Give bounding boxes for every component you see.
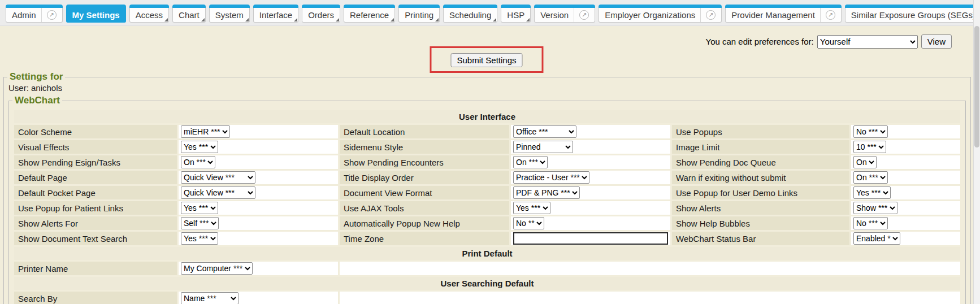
- tab-employer-organizations[interactable]: Employer Organizations↗: [599, 5, 722, 23]
- default-page-select[interactable]: Quick View ***: [181, 171, 255, 184]
- document-view-format-value-cell: PDF & PNG ***: [511, 186, 670, 199]
- show-alerts-select[interactable]: Show ***: [853, 202, 897, 214]
- tab-label: Employer Organizations: [605, 10, 695, 20]
- tab-scheduling[interactable]: Scheduling: [443, 5, 497, 23]
- tab-admin[interactable]: Admin↗: [6, 5, 63, 23]
- default-location-select[interactable]: Office ***: [513, 125, 576, 138]
- submit-settings-button[interactable]: Submit Settings: [450, 53, 522, 67]
- use-popups-select[interactable]: No ***: [853, 125, 888, 138]
- show-pending-esign-tasks-select[interactable]: On ***: [181, 156, 215, 168]
- user-line: User: anichols: [7, 82, 967, 95]
- submenu-corner-icon: [526, 18, 530, 21]
- content-area: You can edit preferences for: Yourself V…: [0, 26, 973, 304]
- show-pending-encounters-select[interactable]: On ***: [513, 156, 548, 168]
- tab-body: Scheduling: [443, 8, 497, 23]
- show-pending-doc-queue-label: Show Pending Doc Queue: [672, 155, 849, 169]
- top-toolbar-row: You can edit preferences for: Yourself V…: [0, 26, 973, 71]
- external-link-icon[interactable]: ↗: [47, 10, 57, 20]
- scrollbar-thumb[interactable]: [974, 26, 979, 147]
- settings-row: Search ByName ***: [14, 292, 960, 304]
- time-zone-label: Time Zone: [340, 232, 509, 245]
- default-location-label: Default Location: [340, 125, 509, 138]
- tab-label: Similar Exposure Groups (SEGs): [851, 10, 975, 20]
- show-help-bubbles-select[interactable]: No ***: [853, 217, 888, 229]
- visual-effects-value-cell: Yes ***: [179, 140, 338, 154]
- tab-access[interactable]: Access: [129, 5, 169, 23]
- tab-body: Similar Exposure Groups (SEGs)↗: [845, 8, 980, 23]
- settings-row: Visual EffectsYes ***Sidemenu StylePinne…: [14, 140, 960, 154]
- use-popups-value-cell: No ***: [851, 125, 960, 138]
- view-button[interactable]: View: [921, 34, 952, 49]
- use-ajax-tools-label: Use AJAX Tools: [340, 201, 509, 215]
- settings-row: Color SchememiEHR ***Default LocationOff…: [14, 125, 960, 138]
- search-by-value-cell: Name ***: [179, 292, 338, 304]
- printer-name-select[interactable]: My Computer ***: [181, 262, 253, 275]
- empty-cell: [340, 292, 960, 304]
- time-zone-input[interactable]: [513, 232, 668, 245]
- image-limit-select[interactable]: 10 ***: [853, 141, 886, 153]
- tab-similar-exposure-groups-segs[interactable]: Similar Exposure Groups (SEGs)↗: [845, 5, 980, 23]
- edit-preferences-control: You can edit preferences for: Yourself V…: [706, 34, 952, 49]
- sidemenu-style-select[interactable]: Pinned: [513, 141, 573, 153]
- settings-for-fieldset: Settings for User: anichols WebChart Use…: [3, 71, 971, 304]
- submenu-corner-icon: [391, 18, 394, 21]
- external-link-icon[interactable]: ↗: [706, 10, 716, 20]
- sidemenu-style-value-cell: Pinned: [511, 140, 670, 154]
- webchart-status-bar-select[interactable]: Enabled *: [853, 232, 900, 245]
- tab-reference[interactable]: Reference: [344, 5, 395, 23]
- show-alerts-label: Show Alerts: [672, 201, 849, 215]
- warn-if-exiting-without-submit-select[interactable]: On ***: [853, 171, 888, 184]
- tab-divider: ↗: [820, 8, 835, 22]
- webchart-status-bar-label: WebChart Status Bar: [672, 232, 849, 245]
- document-view-format-label: Document View Format: [340, 186, 509, 199]
- default-pocket-page-select[interactable]: Quick View ***: [181, 186, 255, 199]
- settings-row: Show Document Text SearchYes ***Time Zon…: [14, 232, 960, 245]
- tab-system[interactable]: System: [209, 5, 250, 23]
- use-ajax-tools-select[interactable]: Yes ***: [513, 202, 550, 214]
- tab-label: Orders: [308, 10, 334, 20]
- tab-my-settings[interactable]: My Settings: [66, 5, 126, 23]
- section-header-row: Print Default: [14, 247, 960, 260]
- tab-provider-management[interactable]: Provider Management↗: [725, 5, 842, 23]
- use-popup-for-user-demo-links-select[interactable]: Yes ***: [853, 186, 891, 199]
- search-by-select[interactable]: Name ***: [181, 292, 239, 304]
- show-document-text-search-select[interactable]: Yes ***: [181, 232, 218, 245]
- title-display-order-select[interactable]: Practice - User ***: [513, 171, 589, 184]
- tab-printing[interactable]: Printing: [398, 5, 440, 23]
- tab-body: Version↗: [534, 8, 595, 23]
- tab-label: Reference: [350, 10, 389, 20]
- tab-label: Access: [136, 10, 163, 20]
- tab-body: Provider Management↗: [725, 8, 842, 23]
- tab-orders[interactable]: Orders: [302, 5, 340, 23]
- edit-preferences-select[interactable]: Yourself: [817, 35, 918, 49]
- visual-effects-label: Visual Effects: [14, 140, 177, 154]
- title-display-order-value-cell: Practice - User ***: [511, 171, 670, 184]
- tab-body: My Settings: [66, 8, 126, 23]
- external-link-icon[interactable]: ↗: [826, 10, 835, 20]
- submenu-corner-icon: [435, 18, 439, 21]
- show-pending-encounters-value-cell: On ***: [511, 155, 670, 169]
- warn-if-exiting-without-submit-label: Warn if exiting without submit: [672, 171, 849, 184]
- use-popup-for-patient-links-select[interactable]: Yes ***: [181, 202, 218, 214]
- color-scheme-select[interactable]: miEHR ***: [181, 125, 230, 138]
- show-alerts-for-select[interactable]: Self ***: [181, 217, 219, 229]
- submenu-corner-icon: [294, 18, 297, 21]
- use-popup-for-user-demo-links-label: Use Popup for User Demo Links: [672, 186, 849, 199]
- settings-row: Default PageQuick View ***Title Display …: [14, 171, 960, 184]
- tab-hsp[interactable]: HSP: [501, 5, 531, 23]
- tab-interface[interactable]: Interface: [253, 5, 298, 23]
- show-document-text-search-value-cell: Yes ***: [179, 232, 338, 245]
- vertical-scrollbar[interactable]: [973, 0, 980, 304]
- external-link-icon[interactable]: ↗: [579, 10, 589, 20]
- show-pending-doc-queue-select[interactable]: On: [853, 156, 877, 168]
- document-view-format-select[interactable]: PDF & PNG ***: [513, 186, 580, 199]
- sidemenu-style-label: Sidemenu Style: [340, 140, 509, 154]
- submenu-corner-icon: [164, 18, 168, 21]
- top-navbar: Admin↗My SettingsAccessChartSystemInterf…: [0, 0, 973, 26]
- tab-label: Provider Management: [731, 10, 815, 20]
- tab-label: Chart: [179, 10, 200, 20]
- tab-chart[interactable]: Chart: [172, 5, 206, 23]
- visual-effects-select[interactable]: Yes ***: [181, 141, 218, 153]
- tab-version[interactable]: Version↗: [534, 5, 595, 23]
- automatically-popup-new-help-select[interactable]: No **: [513, 217, 544, 229]
